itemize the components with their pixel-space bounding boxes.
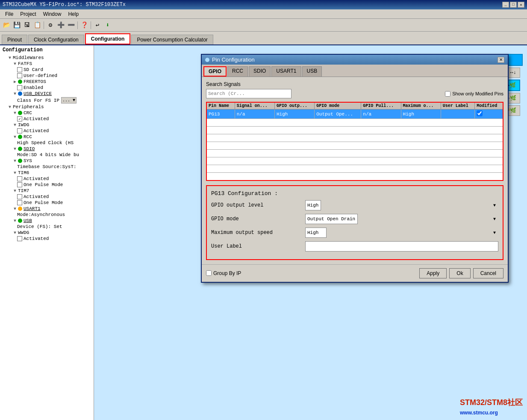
crc-activated-checkbox[interactable] — [17, 116, 22, 121]
dtab-gpio[interactable]: GPIO — [203, 66, 227, 77]
rcc-status-icon — [18, 135, 22, 139]
sidebar-item-middlewares[interactable]: ▼ MiddleWares — [0, 55, 94, 61]
tim6-activated-checkbox[interactable] — [17, 176, 22, 181]
sidebar-item-tim7[interactable]: ▼ TIM7 — [0, 188, 94, 194]
close-button[interactable]: ✕ — [518, 2, 524, 8]
tb-add-icon[interactable]: ➕ — [56, 21, 65, 30]
sidebar-item-userdefined[interactable]: User-defined — [0, 73, 94, 79]
table-row-empty2 — [206, 127, 503, 134]
sidebar-item-sdcard[interactable]: SD Card — [0, 67, 94, 73]
tb-save2-icon[interactable]: 🖫 — [22, 21, 32, 30]
th-label: User Label — [441, 102, 474, 109]
dtab-usb[interactable]: USB — [302, 66, 322, 77]
th-modified: Modified — [475, 102, 503, 109]
sidebar-item-crc[interactable]: ▼ CRC — [0, 110, 94, 116]
tab-pinout[interactable]: Pinout — [2, 35, 27, 44]
tim7-opm-checkbox[interactable] — [17, 200, 22, 205]
minimize-button[interactable]: _ — [502, 2, 509, 8]
sidebar-item-tim7-activated[interactable]: Activated — [0, 194, 94, 200]
user-label-row: User Label — [211, 241, 498, 251]
show-modified-checkbox[interactable] — [445, 91, 450, 97]
tab-power[interactable]: Power Consumption Calculator — [131, 35, 213, 44]
sidebar-item-sdio-mode: Mode:SD 4 bits Wide bu — [0, 152, 94, 158]
sidebar-item-tim6[interactable]: ▼ TIM6 — [0, 170, 94, 176]
max-output-speed-select[interactable]: High Medium Low — [305, 228, 327, 238]
sidebar-item-classforfsip[interactable]: Class For FS IP ... ▼ — [0, 97, 94, 104]
sidebar-item-rcc[interactable]: ▼ RCC — [0, 134, 94, 140]
sidebar-item-peripherals[interactable]: ▼ Peripherals — [0, 104, 94, 110]
dialog-close-button[interactable]: ✕ — [498, 57, 504, 63]
user-label-label: User Label — [211, 243, 305, 249]
th-mode: GPIO mode — [315, 102, 361, 109]
menu-help[interactable]: Help — [65, 10, 82, 18]
sidebar-item-iwdg[interactable]: ▼ IWDG — [0, 122, 94, 128]
gpio-output-level-select[interactable]: High Low — [305, 200, 321, 210]
table-row-empty3 — [206, 134, 503, 142]
sidebar-item-fatfs[interactable]: ▼ FATFS — [0, 61, 94, 67]
sidebar-item-sdio[interactable]: ▼ SDIO — [0, 146, 94, 152]
sidebar-item-usbdevice[interactable]: ▼ USB_DEVICE — [0, 91, 94, 97]
expand-icon: ▼ — [12, 111, 18, 115]
tim7-activated-checkbox[interactable] — [17, 194, 22, 199]
maximize-button[interactable]: □ — [510, 2, 517, 8]
sidebar-item-tim6-activated[interactable]: Activated — [0, 176, 94, 182]
sidebar-item-usart1[interactable]: ▼ USART1 — [0, 206, 94, 212]
cancel-button[interactable]: Cancel — [473, 268, 503, 278]
sidebar-item-iwdg-activated[interactable]: Activated — [0, 128, 94, 134]
dialog-buttons: Apply Ok Cancel — [419, 268, 503, 278]
th-signal: Signal on... — [235, 102, 274, 109]
tb-save-icon[interactable]: 💾 — [12, 21, 21, 30]
menu-file[interactable]: File — [2, 10, 17, 18]
wwdg-activated-checkbox[interactable] — [17, 236, 22, 241]
tb-down-icon[interactable]: ⬇ — [103, 21, 112, 30]
dialog-title-icon — [205, 58, 209, 62]
tb-help-icon[interactable]: ❓ — [79, 21, 89, 30]
sidebar-item-freertos-enabled[interactable]: Enabled — [0, 85, 94, 91]
iwdg-activated-checkbox[interactable] — [17, 128, 22, 133]
menu-window[interactable]: Window — [40, 10, 65, 18]
tb-saveas-icon[interactable]: 📋 — [32, 21, 42, 30]
sidebar-item-freertos[interactable]: ▶ FREERTOS — [0, 79, 94, 85]
group-by-ip-checkbox[interactable] — [206, 270, 212, 276]
watermark-text1: STM32/STM8 — [460, 398, 507, 407]
tb-undo-icon[interactable]: ↩ — [93, 21, 102, 30]
search-input[interactable] — [206, 89, 291, 98]
userdefined-checkbox[interactable] — [17, 73, 22, 78]
watermark-url: www.stmcu.org — [460, 410, 498, 416]
dtab-usart1[interactable]: USART1 — [271, 66, 301, 77]
classforfsip-dropdown[interactable]: ... ▼ — [61, 97, 77, 104]
sidebar-item-usart1-mode: Mode:Asynchronous — [0, 212, 94, 218]
tab-clock[interactable]: Clock Configuration — [28, 35, 84, 44]
main-tabs: Pinout Clock Configuration Configuration… — [0, 32, 527, 45]
dtab-rcc[interactable]: RCC — [227, 66, 248, 77]
cell-modified — [475, 109, 503, 119]
modified-checkbox[interactable] — [477, 110, 483, 116]
table-row-empty7 — [206, 165, 503, 173]
user-label-input[interactable] — [305, 241, 498, 251]
apply-button[interactable]: Apply — [419, 268, 447, 278]
dtab-sdio[interactable]: SDIO — [249, 66, 271, 77]
sdcard-checkbox[interactable] — [17, 67, 22, 72]
tab-configuration[interactable]: Configuration — [85, 33, 131, 44]
sidebar-item-wwdg[interactable]: ▼ WWDG — [0, 230, 94, 236]
sidebar-item-tim6-opm[interactable]: One Pulse Mode — [0, 182, 94, 188]
sidebar-item-usb[interactable]: ▼ USB — [0, 218, 94, 224]
freertos-enabled-checkbox[interactable] — [17, 85, 22, 90]
table-row[interactable]: PG13 n/a High Output Ope... n/a High — [206, 109, 503, 119]
tb-remove-icon[interactable]: ➖ — [66, 21, 76, 30]
menu-project[interactable]: Project — [17, 10, 39, 18]
ok-button[interactable]: Ok — [449, 268, 470, 278]
cell-signal: n/a — [235, 109, 274, 119]
search-row: Show only Modified Pins — [206, 89, 503, 98]
tb-gen-icon[interactable]: ⚙ — [46, 21, 55, 30]
tim6-opm-checkbox[interactable] — [17, 182, 22, 187]
sidebar-item-sys[interactable]: ▼ SYS — [0, 158, 94, 164]
cell-label — [441, 109, 474, 119]
gpio-mode-select[interactable]: Output Open Drain Output Push Pull — [305, 214, 358, 224]
sidebar-item-wwdg-activated[interactable]: Activated — [0, 236, 94, 242]
sidebar-item-tim7-opm[interactable]: One Pulse Mode — [0, 200, 94, 206]
tb-open-icon[interactable]: 📂 — [2, 21, 11, 30]
th-pull: GPIO Pull... — [361, 102, 401, 109]
sidebar: Configuration ▼ MiddleWares ▼ FATFS SD C… — [0, 45, 94, 420]
sidebar-item-crc-activated[interactable]: Activated — [0, 116, 94, 122]
